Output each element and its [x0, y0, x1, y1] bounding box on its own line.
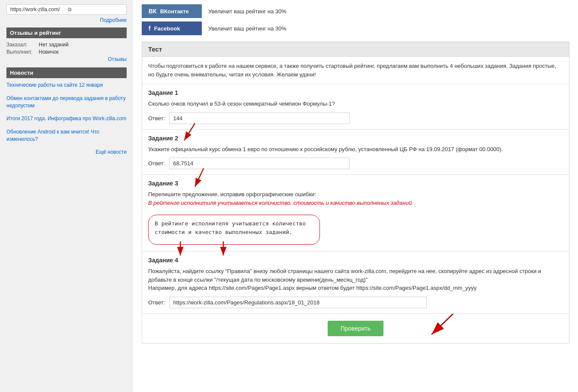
news-item-2[interactable]: Обмен контактами до перевода задания в р… — [6, 95, 127, 109]
svg-line-9 — [432, 314, 453, 334]
fb-label: Facebook — [154, 25, 180, 32]
url-bar: https://work-zilla.com/ ⧉ — [6, 4, 127, 15]
task-1-answer-label: Ответ: — [148, 115, 165, 122]
task-1: Задание 1 Сколько очков получил в 53-й с… — [142, 84, 569, 130]
vk-social-row: ВК ВКонтакте Увеличит ваш рейтинг на 30% — [142, 4, 569, 18]
task-4-answer-label: Ответ: — [148, 299, 165, 306]
vk-label: ВКонтакте — [160, 8, 189, 15]
fb-icon: f — [149, 25, 151, 32]
ordered-row: Заказал: Нет заданий — [6, 42, 127, 48]
task-3-title: Задание 3 — [148, 180, 563, 187]
task-2-title: Задание 2 — [148, 135, 563, 142]
vk-button[interactable]: ВК ВКонтакте — [142, 4, 202, 18]
task-1-answer-input[interactable] — [169, 112, 350, 124]
task-4: Задание 4 Пожалуйста, найдите ссылку "Пр… — [142, 252, 569, 314]
task-4-example: Например, для адреса https://site.com/Pa… — [148, 285, 477, 291]
fb-social-row: f Facebook Увеличит ваш рейтинг на 30% — [142, 21, 569, 35]
news-item-4[interactable]: Обновление Android к вам мчится! Что изм… — [6, 128, 127, 143]
main-content: ВК ВКонтакте Увеличит ваш рейтинг на 30%… — [133, 0, 578, 392]
task-4-answer-row: Ответ: — [148, 297, 563, 308]
news-item-1[interactable]: Технические работы на сайте 12 января — [6, 82, 127, 89]
details-link[interactable]: Подробнее — [6, 17, 127, 23]
vk-promo-text: Увеличит ваш рейтинг на 30% — [208, 8, 286, 15]
submit-button[interactable]: Проверить — [328, 321, 383, 336]
submit-arrow — [410, 310, 462, 340]
url-text: https://work-zilla.com/ — [10, 6, 65, 12]
task-1-answer-row: Ответ: — [148, 112, 563, 124]
more-news-link[interactable]: Ещё новости — [6, 149, 127, 155]
task-2-question: Укажите официальный курс обмена 1 евро п… — [148, 145, 563, 154]
task-2-answer-container — [169, 158, 350, 169]
task-3-textarea[interactable] — [148, 215, 320, 245]
fb-promo-text: Увеличит ваш рейтинг на 30% — [208, 25, 286, 32]
task-3-textarea-container — [148, 211, 320, 246]
ordered-label: Заказал: — [6, 42, 39, 48]
task-2-answer-row: Ответ: — [148, 158, 563, 169]
reviews-link[interactable]: Отзывы — [6, 56, 127, 62]
completed-value: Новичок — [39, 49, 59, 55]
test-intro: Чтобы подготовиться к работе на нашем се… — [142, 57, 569, 84]
vk-icon: ВК — [149, 8, 157, 15]
task-2-answer-input[interactable] — [169, 158, 350, 169]
copy-icon[interactable]: ⧉ — [68, 6, 123, 12]
task-3-question: Перепишите предложение, исправив орфогра… — [148, 190, 563, 207]
ordered-value: Нет заданий — [39, 42, 69, 48]
task-4-title: Задание 4 — [148, 257, 563, 264]
task-2-answer-label: Ответ: — [148, 160, 165, 167]
reviews-section-header: Отзывы и рейтинг — [6, 27, 127, 38]
task-4-question: Пожалуйста, найдите ссылку "Правила" вни… — [148, 267, 563, 292]
completed-row: Выполнил: Новичок — [6, 49, 127, 55]
completed-label: Выполнил: — [6, 49, 39, 55]
task-1-title: Задание 1 — [148, 89, 563, 96]
submit-area: Проверить — [142, 314, 569, 343]
test-title: Тест — [142, 42, 569, 57]
task-1-answer-container — [169, 112, 350, 124]
task-4-answer-input[interactable] — [169, 297, 427, 308]
news-section-header: Новости — [6, 67, 127, 78]
task-3: Задание 3 Перепишите предложение, исправ… — [142, 175, 569, 252]
fb-button[interactable]: f Facebook — [142, 21, 202, 35]
sidebar: https://work-zilla.com/ ⧉ Подробнее Отзы… — [0, 0, 133, 392]
task-3-quoted: В рейтенге исполнитиля учитываеться коли… — [148, 200, 414, 206]
news-item-3[interactable]: Итоги 2017 года. Инфографика про Work-zi… — [6, 115, 127, 122]
task-2: Задание 2 Укажите официальный курс обмен… — [142, 130, 569, 175]
task-1-question: Сколько очков получил в 53-й сезон семик… — [148, 100, 563, 108]
test-section: Тест Чтобы подготовиться к работе на наш… — [142, 42, 569, 343]
